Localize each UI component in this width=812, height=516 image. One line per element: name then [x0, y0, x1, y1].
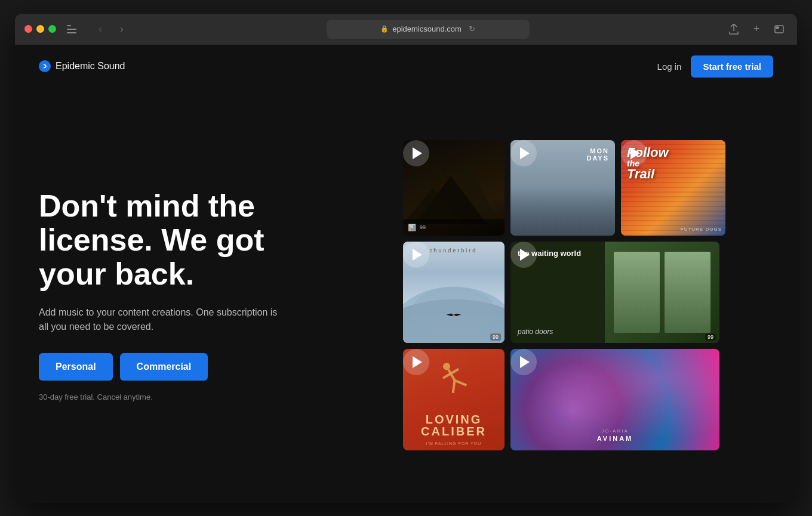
- svg-rect-1: [67, 29, 76, 30]
- thumbnail-mondays[interactable]: MON DAYS: [510, 140, 615, 236]
- thumbnail-waiting-world[interactable]: the waiting world patio doors 99: [510, 242, 719, 343]
- figure-icon: [431, 355, 476, 403]
- mondays-text: MON DAYS: [586, 147, 609, 162]
- start-trial-button[interactable]: Start free trial: [691, 55, 773, 78]
- play-button-mondays[interactable]: [510, 140, 537, 166]
- new-tab-icon[interactable]: +: [748, 21, 765, 38]
- commercial-button[interactable]: Commercial: [120, 353, 208, 381]
- svg-rect-4: [776, 27, 779, 29]
- thumbnail-loving-caliber[interactable]: LOVINGCALIBER I'M FALLING FOR YOU: [403, 349, 505, 450]
- browser-actions: +: [725, 21, 788, 38]
- play-button-loving-caliber[interactable]: [403, 349, 429, 375]
- epidemic-sound-logo-icon: [39, 60, 51, 72]
- close-button[interactable]: [24, 25, 32, 33]
- forward-button[interactable]: ›: [113, 21, 130, 38]
- thumbnail-row-1: 📊 99 MON DAYS: [403, 140, 779, 236]
- browser-nav: ‹ ›: [92, 21, 130, 38]
- thumbnail-thunderbird[interactable]: thunderbird 99: [403, 242, 505, 343]
- hero-title: Don't mind the license. We got your back…: [39, 189, 325, 292]
- avinam-area: JO-ARIA AVINAM: [597, 428, 633, 442]
- hero-subtitle: Add music to your content creations. One…: [39, 305, 278, 334]
- svg-line-16: [455, 376, 467, 389]
- back-button[interactable]: ‹: [92, 21, 109, 38]
- thumbnail-grid: 📊 99 MON DAYS: [403, 88, 779, 503]
- bird-silhouette: [447, 310, 461, 322]
- browser-window: ‹ › 🔒 epidemicsound.com ↻ +: [15, 14, 797, 503]
- thumbnail-row-3: LOVINGCALIBER I'M FALLING FOR YOU JO-ARI…: [403, 349, 779, 450]
- play-button-mountain[interactable]: [403, 140, 429, 166]
- svg-rect-2: [67, 32, 76, 33]
- hero-text: Don't mind the license. We got your back…: [39, 189, 325, 402]
- thumbnail-mountain[interactable]: 📊 99: [403, 140, 505, 236]
- thumbnail-follow-trail[interactable]: Follow the Trail FUTURE DOGS: [621, 140, 725, 236]
- personal-button[interactable]: Personal: [39, 353, 113, 381]
- play-button-thunderbird[interactable]: [403, 242, 429, 268]
- traffic-lights: [24, 25, 56, 33]
- play-button-follow-trail[interactable]: [621, 140, 647, 166]
- address-bar-container: 🔒 epidemicsound.com ↻: [137, 20, 718, 39]
- waiting-world-badge: 99: [705, 333, 716, 341]
- reload-icon[interactable]: ↻: [469, 24, 475, 33]
- address-bar[interactable]: 🔒 epidemicsound.com ↻: [327, 20, 530, 39]
- lock-icon: 🔒: [380, 25, 389, 33]
- thumbnail-purple-gradient[interactable]: JO-ARIA AVINAM: [510, 349, 719, 450]
- stats-label: 99: [420, 224, 426, 230]
- url-text: epidemicsound.com: [392, 24, 462, 33]
- svg-point-5: [41, 63, 48, 70]
- maximize-button[interactable]: [48, 25, 56, 33]
- logo-text: Epidemic Sound: [56, 61, 125, 72]
- future-dogs-label: FUTURE DOGS: [681, 227, 722, 232]
- svg-rect-0: [67, 25, 71, 26]
- minimize-button[interactable]: [36, 25, 44, 33]
- page-content: Epidemic Sound Log in Start free trial D…: [15, 45, 797, 503]
- trial-note: 30-day free trial. Cancel anytime.: [39, 393, 325, 401]
- loving-caliber-sublabel: I'M FALLING FOR YOU: [426, 441, 482, 446]
- play-button-purple[interactable]: [510, 349, 537, 375]
- hero-area: Don't mind the license. We got your back…: [15, 88, 797, 503]
- stats-bar-1: 📊 99: [403, 219, 505, 236]
- play-button-waiting-world[interactable]: [510, 242, 537, 268]
- sidebar-toggle-icon[interactable]: [63, 21, 80, 38]
- site-nav: Epidemic Sound Log in Start free trial: [15, 45, 797, 88]
- thunderbird-badge: 99: [490, 333, 501, 341]
- svg-point-12: [442, 361, 451, 371]
- share-icon[interactable]: [725, 21, 742, 38]
- browser-chrome: ‹ › 🔒 epidemicsound.com ↻ +: [15, 14, 797, 45]
- tab-overview-icon[interactable]: [771, 21, 788, 38]
- thumbnail-row-2: thunderbird 99 the wai: [403, 242, 779, 343]
- nav-right: Log in Start free trial: [657, 55, 773, 78]
- svg-line-14: [443, 369, 459, 378]
- loving-caliber-text: LOVINGCALIBER: [421, 413, 487, 437]
- patio-doors-label: patio doors: [518, 327, 553, 336]
- site-logo: Epidemic Sound: [39, 60, 125, 72]
- bar-chart-icon: 📊: [408, 224, 416, 231]
- thunderbird-label: thunderbird: [430, 248, 478, 254]
- log-in-button[interactable]: Log in: [657, 61, 682, 72]
- cta-buttons: Personal Commercial: [39, 353, 325, 381]
